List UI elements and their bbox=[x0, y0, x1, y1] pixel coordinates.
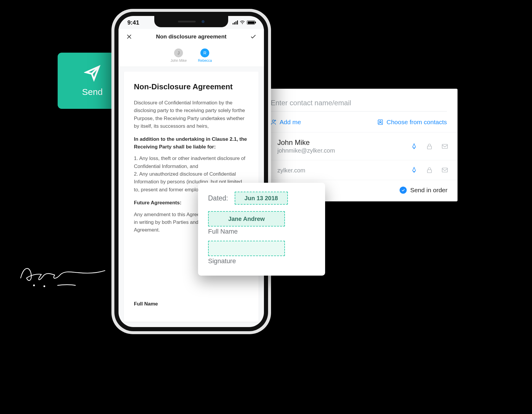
svg-rect-1 bbox=[378, 120, 382, 125]
svg-point-7 bbox=[242, 23, 243, 24]
svg-point-8 bbox=[33, 285, 35, 286]
mail-icon[interactable] bbox=[441, 166, 449, 174]
add-me-label: Add me bbox=[280, 119, 301, 126]
dated-label: Dated: bbox=[208, 194, 228, 202]
document-clause-heading: In addition to the undertaking in Clause… bbox=[134, 135, 249, 151]
full-name-caption: Full Name bbox=[208, 228, 315, 235]
signature-fields-card: Dated: Jun 13 2018 Jane Andrew Full Name… bbox=[198, 183, 325, 276]
signature-caption: Signature bbox=[208, 257, 315, 265]
wifi-icon bbox=[240, 19, 245, 26]
choose-contacts-button[interactable]: Choose from contacts bbox=[377, 119, 447, 126]
contact-actions bbox=[410, 143, 449, 150]
choose-contacts-label: Choose from contacts bbox=[387, 119, 447, 126]
check-icon[interactable] bbox=[250, 33, 257, 40]
avatar: R bbox=[200, 48, 209, 57]
svg-rect-3 bbox=[427, 146, 432, 149]
svg-point-0 bbox=[272, 120, 274, 122]
svg-rect-4 bbox=[442, 144, 447, 148]
status-time: 9:41 bbox=[127, 19, 139, 26]
signer-name: Rebecca bbox=[198, 59, 212, 63]
svg-rect-6 bbox=[442, 168, 447, 172]
contact-row[interactable]: ≡ zylker.com bbox=[259, 160, 458, 180]
avatar: J bbox=[174, 48, 183, 57]
nav-bar: Non disclosure agreement bbox=[119, 29, 264, 44]
paper-plane-icon bbox=[84, 64, 101, 83]
contact-name: John Mike bbox=[278, 138, 405, 147]
contact-info: John Mike johnmike@zylker.com bbox=[278, 138, 405, 154]
phone-notch bbox=[154, 16, 228, 27]
svg-point-2 bbox=[379, 121, 381, 122]
contact-info: zylker.com bbox=[278, 166, 405, 174]
contact-row[interactable]: ≡ John Mike johnmike@zylker.com bbox=[259, 132, 458, 160]
mail-icon[interactable] bbox=[441, 143, 449, 150]
contact-search-wrap bbox=[259, 89, 458, 117]
phone-screen: 9:41 Non disclosure agreement J John Mik… bbox=[119, 16, 264, 327]
signer-name: John Mike bbox=[171, 59, 187, 63]
nav-title: Non disclosure agreement bbox=[156, 33, 227, 40]
lock-icon[interactable] bbox=[426, 143, 433, 150]
pen-icon[interactable] bbox=[410, 143, 418, 150]
check-circle-icon bbox=[400, 187, 407, 194]
document-paragraph: Disclosure of Confidential Information b… bbox=[134, 99, 249, 130]
signer-chip[interactable]: R Rebecca bbox=[198, 48, 212, 63]
lock-icon[interactable] bbox=[426, 166, 433, 174]
send-in-order-label: Send in order bbox=[410, 187, 447, 194]
contact-actions bbox=[410, 166, 449, 174]
handwritten-signature bbox=[16, 257, 111, 290]
document-title: Non-Disclosure Agreement bbox=[134, 82, 249, 91]
full-name-field[interactable]: Jane Andrew bbox=[208, 211, 285, 227]
signer-chip[interactable]: J John Mike bbox=[171, 48, 187, 63]
signer-row: J John Mike R Rebecca bbox=[119, 44, 264, 67]
svg-point-9 bbox=[44, 286, 45, 287]
send-label: Send bbox=[82, 87, 103, 97]
document-field-label: Full Name bbox=[134, 301, 158, 307]
phone-frame: 9:41 Non disclosure agreement J John Mik… bbox=[111, 9, 271, 334]
cellular-icon bbox=[233, 20, 238, 25]
contact-quick-actions: Add me Choose from contacts bbox=[259, 117, 458, 132]
date-field[interactable]: Jun 13 2018 bbox=[235, 192, 288, 205]
close-icon[interactable] bbox=[126, 33, 133, 40]
add-me-button[interactable]: Add me bbox=[270, 119, 301, 126]
contact-email: johnmike@zylker.com bbox=[278, 147, 405, 154]
contact-email: zylker.com bbox=[278, 167, 405, 174]
battery-icon bbox=[247, 20, 255, 25]
contact-search-input[interactable] bbox=[270, 97, 447, 111]
signature-field[interactable] bbox=[208, 241, 285, 256]
svg-rect-5 bbox=[427, 170, 432, 173]
pen-icon[interactable] bbox=[410, 166, 418, 174]
